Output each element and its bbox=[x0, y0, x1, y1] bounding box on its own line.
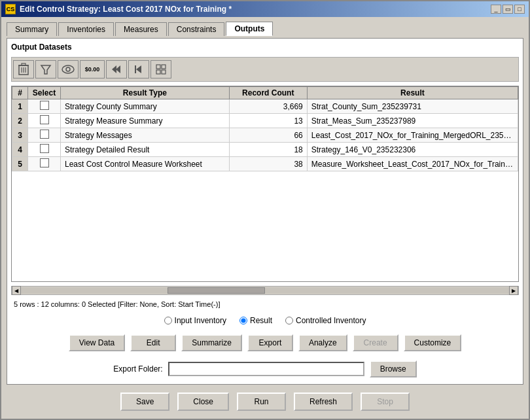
tab-bar: Summary Inventories Measures Constraints… bbox=[7, 21, 523, 35]
svg-marker-11 bbox=[136, 65, 141, 73]
app-icon: CS bbox=[5, 4, 16, 14]
radio-result[interactable]: Result bbox=[239, 316, 272, 325]
radio-controlled-inventory-label: Controlled Inventory bbox=[296, 316, 366, 325]
summarize-button[interactable]: Summarize bbox=[181, 334, 242, 351]
scrollbar-thumb[interactable] bbox=[168, 287, 265, 294]
tab-constraints[interactable]: Constraints bbox=[168, 22, 225, 36]
radio-result-label: Result bbox=[250, 316, 272, 325]
maximize-button[interactable]: □ bbox=[514, 5, 525, 14]
export-button[interactable]: Export bbox=[247, 334, 293, 351]
row-result: Strategy_146_V0_235232306 bbox=[307, 143, 518, 157]
tab-inventories[interactable]: Inventories bbox=[58, 22, 114, 36]
row-num: 1 bbox=[12, 99, 28, 114]
row-checkbox[interactable] bbox=[40, 115, 49, 124]
delete-toolbar-button[interactable] bbox=[13, 60, 34, 79]
scrollbar-track[interactable] bbox=[21, 287, 509, 294]
create-button[interactable]: Create bbox=[353, 334, 398, 351]
row-record-count: 66 bbox=[229, 128, 307, 143]
bottom-buttons: Save Close Run Refresh Stop bbox=[7, 387, 523, 415]
svg-marker-10 bbox=[116, 65, 120, 73]
svg-point-7 bbox=[62, 65, 74, 73]
row-result-type: Strategy County Summary bbox=[61, 99, 230, 114]
row-num: 2 bbox=[12, 114, 28, 128]
svg-marker-9 bbox=[112, 65, 116, 73]
row-num: 4 bbox=[12, 143, 28, 157]
tab-outputs[interactable]: Outputs bbox=[226, 22, 273, 36]
tab-summary[interactable]: Summary bbox=[7, 22, 57, 36]
export-folder-label: Export Folder: bbox=[113, 364, 162, 374]
row-checkbox[interactable] bbox=[40, 158, 49, 167]
export-folder-input[interactable] bbox=[168, 362, 364, 376]
title-buttons: _ ▭ □ bbox=[491, 5, 525, 14]
svg-rect-13 bbox=[156, 65, 160, 69]
row-select[interactable] bbox=[28, 114, 61, 128]
table-row[interactable]: 5 Least Cost Control Measure Worksheet 3… bbox=[12, 157, 518, 171]
table-row[interactable]: 1 Strategy County Summary 3,669 Strat_Co… bbox=[12, 99, 518, 114]
export-folder-row: Export Folder: Browse bbox=[11, 358, 519, 380]
radio-controlled-inventory[interactable]: Controlled Inventory bbox=[285, 316, 366, 325]
cost-toolbar-button[interactable]: $0.00 bbox=[80, 60, 105, 79]
view-data-button[interactable]: View Data bbox=[69, 334, 125, 351]
main-panel: Output Datasets $0.00 bbox=[7, 38, 523, 385]
save-button[interactable]: Save bbox=[120, 393, 169, 411]
svg-point-8 bbox=[66, 67, 70, 71]
radio-input-inventory[interactable]: Input Inventory bbox=[164, 316, 226, 325]
analyze-button[interactable]: Analyze bbox=[298, 334, 347, 351]
row-result-type: Strategy Detailed Result bbox=[61, 143, 230, 157]
minimize-button[interactable]: _ bbox=[491, 5, 501, 14]
row-num: 3 bbox=[12, 128, 28, 143]
row-checkbox[interactable] bbox=[40, 130, 49, 139]
edit-button[interactable]: Edit bbox=[130, 334, 176, 351]
col-header-result-type: Result Type bbox=[61, 87, 230, 99]
stop-button[interactable]: Stop bbox=[361, 393, 410, 411]
tab-measures[interactable]: Measures bbox=[115, 22, 167, 36]
row-select[interactable] bbox=[28, 157, 61, 171]
prev-toolbar-button[interactable] bbox=[128, 60, 149, 79]
table-row[interactable]: 2 Strategy Measure Summary 13 Strat_Meas… bbox=[12, 114, 518, 128]
radio-result-input[interactable] bbox=[239, 317, 247, 324]
svg-rect-16 bbox=[162, 70, 166, 74]
row-checkbox[interactable] bbox=[40, 101, 49, 110]
radio-group: Input Inventory Result Controlled Invent… bbox=[11, 313, 519, 328]
row-record-count: 13 bbox=[229, 114, 307, 128]
row-select[interactable] bbox=[28, 99, 61, 114]
table-row[interactable]: 3 Strategy Messages 66 Least_Cost_2017_N… bbox=[12, 128, 518, 143]
refresh-button[interactable]: Refresh bbox=[294, 393, 353, 411]
section-title: Output Datasets bbox=[11, 43, 519, 52]
row-num: 5 bbox=[12, 157, 28, 171]
row-result-type: Least Cost Control Measure Worksheet bbox=[61, 157, 230, 171]
first-toolbar-button[interactable] bbox=[106, 60, 127, 79]
window-title: Edit Control Strategy: Least Cost 2017 N… bbox=[20, 5, 232, 14]
row-record-count: 3,669 bbox=[229, 99, 307, 114]
svg-marker-6 bbox=[41, 65, 50, 74]
view-toolbar-button[interactable] bbox=[58, 60, 79, 79]
scroll-right-button[interactable]: ▶ bbox=[509, 286, 518, 295]
grid-toolbar-button[interactable] bbox=[150, 60, 171, 79]
row-select[interactable] bbox=[28, 128, 61, 143]
main-window: CS Edit Control Strategy: Least Cost 201… bbox=[0, 0, 530, 420]
row-record-count: 18 bbox=[229, 143, 307, 157]
svg-rect-15 bbox=[156, 70, 160, 74]
col-header-select: Select bbox=[28, 87, 61, 99]
filter-toolbar-button[interactable] bbox=[35, 60, 56, 79]
status-bar: 5 rows : 12 columns: 0 Selected [Filter:… bbox=[11, 299, 519, 309]
row-result: Measure_Worksheet_Least_Cost_2017_NOx_fo… bbox=[307, 157, 518, 171]
run-button[interactable]: Run bbox=[237, 393, 286, 411]
title-bar-left: CS Edit Control Strategy: Least Cost 201… bbox=[5, 4, 232, 14]
row-select[interactable] bbox=[28, 143, 61, 157]
browse-button[interactable]: Browse bbox=[370, 360, 417, 377]
title-bar: CS Edit Control Strategy: Least Cost 201… bbox=[1, 1, 529, 17]
table-row[interactable]: 4 Strategy Detailed Result 18 Strategy_1… bbox=[12, 143, 518, 157]
radio-input-inventory-input[interactable] bbox=[164, 317, 172, 324]
customize-button[interactable]: Customize bbox=[404, 334, 462, 351]
row-result: Least_Cost_2017_NOx_for_Training_MergedO… bbox=[307, 128, 518, 143]
radio-controlled-inventory-input[interactable] bbox=[285, 317, 293, 324]
toolbar: $0.00 bbox=[11, 57, 519, 82]
table-wrapper: # Select Result Type Record Count Result… bbox=[12, 86, 518, 178]
restore-button[interactable]: ▭ bbox=[503, 5, 513, 14]
scroll-left-button[interactable]: ◀ bbox=[12, 286, 21, 295]
row-result-type: Strategy Messages bbox=[61, 128, 230, 143]
close-button[interactable]: Close bbox=[177, 393, 229, 411]
row-checkbox[interactable] bbox=[40, 144, 49, 153]
horizontal-scrollbar[interactable]: ◀ ▶ bbox=[11, 286, 519, 295]
